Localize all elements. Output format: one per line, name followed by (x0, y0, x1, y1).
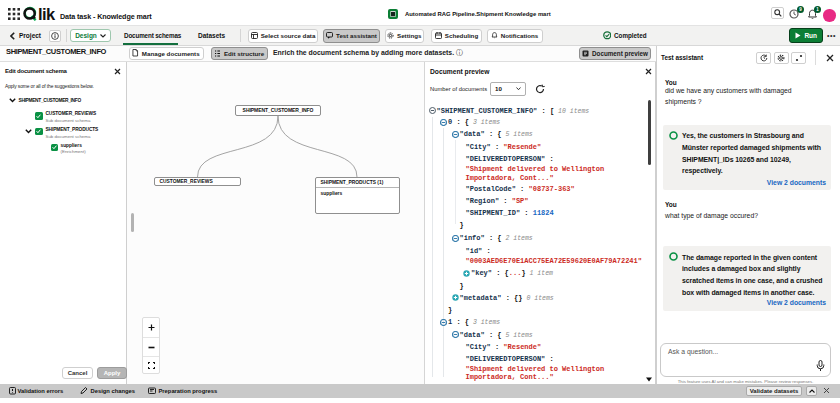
svg-text:lik: lik (38, 5, 56, 23)
